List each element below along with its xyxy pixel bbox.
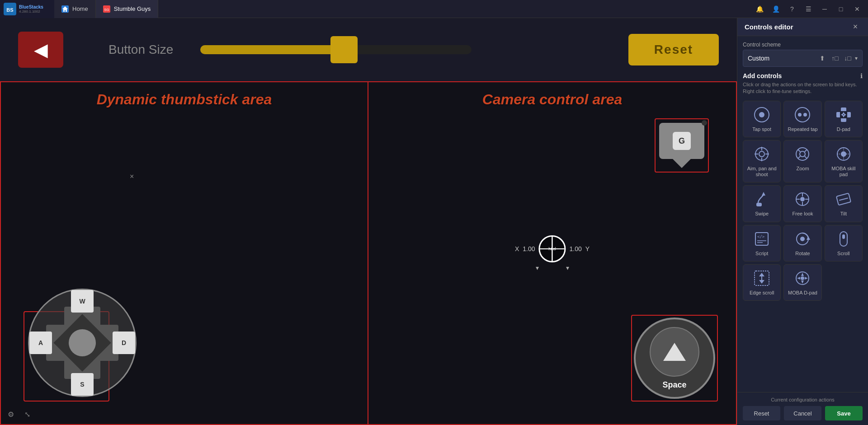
dpad-center: [69, 329, 96, 356]
svg-marker-60: [797, 277, 800, 280]
scheme-upload-btn[interactable]: ⬆: [817, 53, 828, 64]
scheme-import-btn[interactable]: ↓□: [842, 53, 853, 64]
crosshair-container: X 1.00 ht cl 1.00 Y ▾ ▾: [515, 235, 590, 271]
control-dpad[interactable]: D-pad: [825, 101, 863, 137]
scheme-name: Custom: [748, 55, 815, 62]
dpad-right-btn[interactable]: D: [113, 332, 135, 354]
aim-label: Aim, pan and shoot: [746, 166, 778, 177]
svg-point-8: [798, 113, 802, 117]
svg-marker-33: [762, 192, 765, 196]
panel-body: Control scheme Custom ⬆ ↑□ ↓□ ▾ Add cont…: [737, 36, 868, 392]
control-tap-spot[interactable]: Tap spot: [743, 101, 781, 137]
dpad-up-btn[interactable]: W: [71, 290, 94, 313]
tab-game[interactable]: SG Stumble Guys: [96, 0, 159, 18]
control-freelook[interactable]: Free look: [783, 185, 821, 222]
button-g-dot: [702, 120, 707, 126]
svg-text:</>: </>: [757, 234, 765, 239]
svg-rect-34: [756, 203, 762, 206]
slider-thumb[interactable]: [330, 36, 358, 63]
zoom-icon: [793, 145, 811, 163]
control-swipe[interactable]: Swipe: [743, 185, 781, 222]
button-g-container: G: [655, 118, 709, 173]
svg-line-25: [798, 149, 800, 152]
scheme-dropdown-arrow[interactable]: ▾: [855, 55, 858, 61]
control-repeated-tap[interactable]: Repeated tap: [783, 101, 821, 137]
script-label: Script: [755, 251, 768, 257]
add-controls-info: Click or drag the actions on the screen …: [743, 81, 863, 95]
control-scroll[interactable]: Scroll: [825, 225, 863, 262]
space-key-label: Space: [662, 380, 686, 390]
panel-close-btn[interactable]: ×: [850, 22, 861, 33]
rotate-label: Rotate: [795, 251, 810, 257]
footer-cancel-btn[interactable]: Cancel: [784, 406, 821, 420]
tilt-label: Tilt: [840, 211, 847, 217]
play-field: Dynamic thumbstick area × W S: [0, 81, 737, 425]
game-area: ◀ Button Size Reset Dynamic thumbstick a…: [0, 18, 737, 425]
add-controls-info-btn[interactable]: ℹ: [860, 72, 863, 79]
footer-config-label: Current configuration actions: [743, 397, 863, 402]
space-inner: [650, 327, 699, 377]
slider-fill: [200, 45, 349, 54]
main-layout: ◀ Button Size Reset Dynamic thumbstick a…: [0, 18, 868, 425]
swipe-label: Swipe: [755, 211, 769, 217]
control-zoom[interactable]: Zoom: [783, 140, 821, 182]
svg-text:SG: SG: [104, 8, 109, 12]
crosshair-center-label: ht cl: [548, 247, 556, 251]
footer-reset-btn[interactable]: Reset: [743, 406, 780, 420]
repeated-tap-icon: [793, 106, 811, 124]
help-btn[interactable]: ?: [785, 2, 799, 16]
menu-btn[interactable]: ☰: [801, 2, 816, 16]
add-controls-header: Add controls ℹ: [743, 72, 863, 79]
freelook-icon: [793, 190, 811, 208]
notification-btn[interactable]: 🔔: [752, 2, 767, 16]
dpad-left-btn[interactable]: A: [29, 332, 52, 354]
scheme-export-btn[interactable]: ↑□: [830, 53, 840, 64]
close-btn[interactable]: ✕: [850, 2, 864, 16]
control-tilt[interactable]: Tilt: [825, 185, 863, 222]
scheme-select[interactable]: Custom ⬆ ↑□ ↓□ ▾: [743, 50, 863, 67]
svg-point-18: [759, 151, 764, 157]
control-rotate[interactable]: Rotate: [783, 225, 821, 262]
svg-marker-61: [805, 277, 808, 280]
svg-point-36: [800, 197, 805, 201]
space-circle[interactable]: Space: [634, 318, 715, 399]
space-button-container: Space: [631, 315, 718, 402]
tap-spot-icon: [753, 106, 771, 124]
control-moba-skill[interactable]: MOBA skill pad: [825, 140, 863, 182]
control-moba-dpad[interactable]: MOBA D-pad: [783, 264, 821, 301]
control-edge-scroll[interactable]: Edge scroll: [743, 264, 781, 301]
app-logo: BS BlueStacks 4.280.1.1002: [0, 0, 54, 18]
svg-text:BS: BS: [6, 7, 13, 13]
y-down-arrow[interactable]: ▾: [566, 264, 569, 271]
expand-icon[interactable]: ⤡: [21, 408, 33, 420]
footer-save-btn[interactable]: Save: [825, 406, 863, 420]
dpad-down-btn[interactable]: S: [71, 373, 94, 396]
scheme-icons: ⬆ ↑□ ↓□: [817, 53, 853, 64]
controls-panel: Controls editor × Control scheme Custom …: [737, 18, 868, 425]
tab-home[interactable]: Home: [54, 0, 96, 18]
control-aim[interactable]: Aim, pan and shoot: [743, 140, 781, 182]
bottom-icons: ⚙ ⤡: [5, 408, 33, 420]
moba-skill-label: MOBA skill pad: [828, 166, 859, 177]
script-icon: </>: [753, 230, 771, 248]
crosshair-circle[interactable]: ht cl: [539, 235, 566, 262]
svg-marker-49: [807, 236, 810, 240]
zoom-label: Zoom: [796, 166, 809, 172]
tab-home-label: Home: [72, 5, 88, 12]
x-down-arrow[interactable]: ▾: [536, 264, 539, 271]
back-button[interactable]: ◀: [18, 32, 63, 68]
bluestacks-logo-icon: BS: [4, 3, 16, 15]
svg-marker-54: [759, 273, 764, 276]
reset-button[interactable]: Reset: [628, 34, 719, 65]
maximize-btn[interactable]: □: [834, 2, 848, 16]
button-size-label: Button Size: [108, 42, 173, 57]
titlebar-actions: 🔔 👤 ? ☰ ─ □ ✕: [752, 2, 868, 16]
settings-icon[interactable]: ⚙: [5, 408, 17, 420]
button-g[interactable]: G: [659, 123, 704, 159]
right-zone: Camera control area X 1.00 ht cl 1.00 Y: [368, 81, 737, 425]
account-btn[interactable]: 👤: [769, 2, 783, 16]
control-script[interactable]: </> Script: [743, 225, 781, 262]
minimize-btn[interactable]: ─: [817, 2, 832, 16]
delete-x-marker[interactable]: ×: [130, 173, 134, 181]
button-size-slider[interactable]: [200, 45, 472, 54]
